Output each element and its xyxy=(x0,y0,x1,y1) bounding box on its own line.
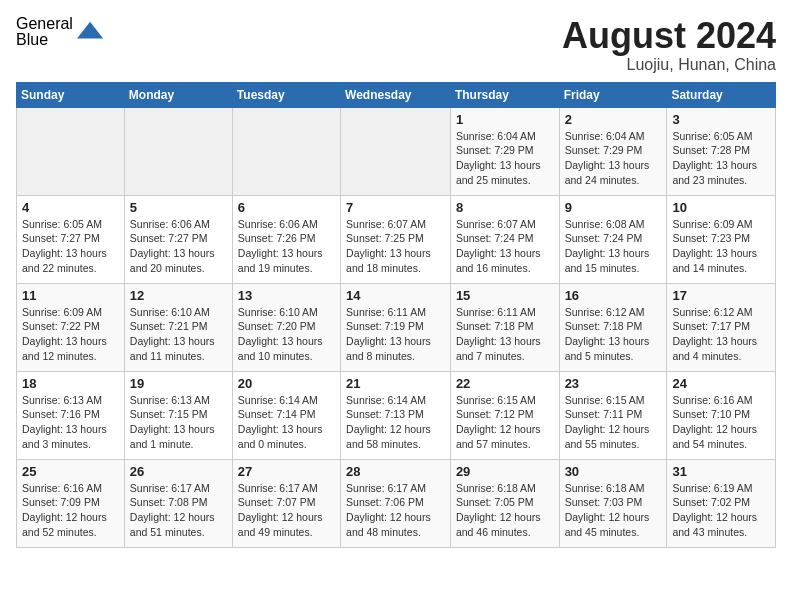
day-info: Sunrise: 6:12 AM Sunset: 7:17 PM Dayligh… xyxy=(672,305,770,364)
day-number: 29 xyxy=(456,464,554,479)
day-info: Sunrise: 6:15 AM Sunset: 7:12 PM Dayligh… xyxy=(456,393,554,452)
calendar-cell: 21Sunrise: 6:14 AM Sunset: 7:13 PM Dayli… xyxy=(341,371,451,459)
day-info: Sunrise: 6:14 AM Sunset: 7:13 PM Dayligh… xyxy=(346,393,445,452)
header-tuesday: Tuesday xyxy=(232,82,340,107)
header-thursday: Thursday xyxy=(450,82,559,107)
day-info: Sunrise: 6:16 AM Sunset: 7:10 PM Dayligh… xyxy=(672,393,770,452)
calendar-cell: 3Sunrise: 6:05 AM Sunset: 7:28 PM Daylig… xyxy=(667,107,776,195)
day-info: Sunrise: 6:12 AM Sunset: 7:18 PM Dayligh… xyxy=(565,305,662,364)
calendar-cell: 26Sunrise: 6:17 AM Sunset: 7:08 PM Dayli… xyxy=(124,459,232,547)
day-info: Sunrise: 6:17 AM Sunset: 7:08 PM Dayligh… xyxy=(130,481,227,540)
day-info: Sunrise: 6:18 AM Sunset: 7:05 PM Dayligh… xyxy=(456,481,554,540)
day-number: 20 xyxy=(238,376,335,391)
calendar-cell: 11Sunrise: 6:09 AM Sunset: 7:22 PM Dayli… xyxy=(17,283,125,371)
svg-marker-0 xyxy=(77,22,103,39)
day-number: 28 xyxy=(346,464,445,479)
day-info: Sunrise: 6:16 AM Sunset: 7:09 PM Dayligh… xyxy=(22,481,119,540)
header-monday: Monday xyxy=(124,82,232,107)
day-info: Sunrise: 6:14 AM Sunset: 7:14 PM Dayligh… xyxy=(238,393,335,452)
day-number: 22 xyxy=(456,376,554,391)
day-number: 8 xyxy=(456,200,554,215)
calendar-cell: 10Sunrise: 6:09 AM Sunset: 7:23 PM Dayli… xyxy=(667,195,776,283)
day-info: Sunrise: 6:13 AM Sunset: 7:16 PM Dayligh… xyxy=(22,393,119,452)
day-info: Sunrise: 6:10 AM Sunset: 7:21 PM Dayligh… xyxy=(130,305,227,364)
day-info: Sunrise: 6:04 AM Sunset: 7:29 PM Dayligh… xyxy=(456,129,554,188)
day-number: 6 xyxy=(238,200,335,215)
logo-blue: Blue xyxy=(16,32,73,48)
calendar-cell: 9Sunrise: 6:08 AM Sunset: 7:24 PM Daylig… xyxy=(559,195,667,283)
calendar-cell: 17Sunrise: 6:12 AM Sunset: 7:17 PM Dayli… xyxy=(667,283,776,371)
day-number: 19 xyxy=(130,376,227,391)
header-friday: Friday xyxy=(559,82,667,107)
calendar-week-5: 25Sunrise: 6:16 AM Sunset: 7:09 PM Dayli… xyxy=(17,459,776,547)
day-number: 24 xyxy=(672,376,770,391)
day-info: Sunrise: 6:07 AM Sunset: 7:25 PM Dayligh… xyxy=(346,217,445,276)
day-number: 15 xyxy=(456,288,554,303)
day-info: Sunrise: 6:07 AM Sunset: 7:24 PM Dayligh… xyxy=(456,217,554,276)
day-number: 21 xyxy=(346,376,445,391)
day-info: Sunrise: 6:09 AM Sunset: 7:22 PM Dayligh… xyxy=(22,305,119,364)
calendar-cell: 6Sunrise: 6:06 AM Sunset: 7:26 PM Daylig… xyxy=(232,195,340,283)
calendar-cell: 18Sunrise: 6:13 AM Sunset: 7:16 PM Dayli… xyxy=(17,371,125,459)
day-number: 2 xyxy=(565,112,662,127)
calendar-cell: 7Sunrise: 6:07 AM Sunset: 7:25 PM Daylig… xyxy=(341,195,451,283)
day-info: Sunrise: 6:19 AM Sunset: 7:02 PM Dayligh… xyxy=(672,481,770,540)
day-number: 12 xyxy=(130,288,227,303)
calendar-cell: 20Sunrise: 6:14 AM Sunset: 7:14 PM Dayli… xyxy=(232,371,340,459)
calendar-week-3: 11Sunrise: 6:09 AM Sunset: 7:22 PM Dayli… xyxy=(17,283,776,371)
day-number: 10 xyxy=(672,200,770,215)
calendar-week-1: 1Sunrise: 6:04 AM Sunset: 7:29 PM Daylig… xyxy=(17,107,776,195)
day-info: Sunrise: 6:06 AM Sunset: 7:26 PM Dayligh… xyxy=(238,217,335,276)
calendar-cell: 24Sunrise: 6:16 AM Sunset: 7:10 PM Dayli… xyxy=(667,371,776,459)
day-info: Sunrise: 6:18 AM Sunset: 7:03 PM Dayligh… xyxy=(565,481,662,540)
day-number: 1 xyxy=(456,112,554,127)
day-info: Sunrise: 6:17 AM Sunset: 7:06 PM Dayligh… xyxy=(346,481,445,540)
day-number: 13 xyxy=(238,288,335,303)
calendar-week-2: 4Sunrise: 6:05 AM Sunset: 7:27 PM Daylig… xyxy=(17,195,776,283)
calendar-cell xyxy=(17,107,125,195)
header-saturday: Saturday xyxy=(667,82,776,107)
day-info: Sunrise: 6:17 AM Sunset: 7:07 PM Dayligh… xyxy=(238,481,335,540)
logo-general: General xyxy=(16,16,73,32)
calendar-cell: 14Sunrise: 6:11 AM Sunset: 7:19 PM Dayli… xyxy=(341,283,451,371)
day-info: Sunrise: 6:08 AM Sunset: 7:24 PM Dayligh… xyxy=(565,217,662,276)
header-wednesday: Wednesday xyxy=(341,82,451,107)
calendar-week-4: 18Sunrise: 6:13 AM Sunset: 7:16 PM Dayli… xyxy=(17,371,776,459)
day-info: Sunrise: 6:05 AM Sunset: 7:27 PM Dayligh… xyxy=(22,217,119,276)
month-year-title: August 2024 xyxy=(562,16,776,56)
day-info: Sunrise: 6:13 AM Sunset: 7:15 PM Dayligh… xyxy=(130,393,227,452)
day-number: 26 xyxy=(130,464,227,479)
calendar-cell: 15Sunrise: 6:11 AM Sunset: 7:18 PM Dayli… xyxy=(450,283,559,371)
day-number: 25 xyxy=(22,464,119,479)
header-sunday: Sunday xyxy=(17,82,125,107)
calendar-cell xyxy=(232,107,340,195)
day-number: 7 xyxy=(346,200,445,215)
day-info: Sunrise: 6:11 AM Sunset: 7:19 PM Dayligh… xyxy=(346,305,445,364)
title-section: August 2024 Luojiu, Hunan, China xyxy=(562,16,776,74)
calendar-cell: 28Sunrise: 6:17 AM Sunset: 7:06 PM Dayli… xyxy=(341,459,451,547)
calendar-cell xyxy=(341,107,451,195)
day-number: 18 xyxy=(22,376,119,391)
calendar-cell: 23Sunrise: 6:15 AM Sunset: 7:11 PM Dayli… xyxy=(559,371,667,459)
calendar-cell: 22Sunrise: 6:15 AM Sunset: 7:12 PM Dayli… xyxy=(450,371,559,459)
calendar-cell: 29Sunrise: 6:18 AM Sunset: 7:05 PM Dayli… xyxy=(450,459,559,547)
day-number: 23 xyxy=(565,376,662,391)
calendar-cell: 16Sunrise: 6:12 AM Sunset: 7:18 PM Dayli… xyxy=(559,283,667,371)
day-info: Sunrise: 6:05 AM Sunset: 7:28 PM Dayligh… xyxy=(672,129,770,188)
day-info: Sunrise: 6:09 AM Sunset: 7:23 PM Dayligh… xyxy=(672,217,770,276)
calendar-header: Sunday Monday Tuesday Wednesday Thursday… xyxy=(17,82,776,107)
day-number: 11 xyxy=(22,288,119,303)
calendar-cell: 1Sunrise: 6:04 AM Sunset: 7:29 PM Daylig… xyxy=(450,107,559,195)
calendar-cell: 31Sunrise: 6:19 AM Sunset: 7:02 PM Dayli… xyxy=(667,459,776,547)
calendar-body: 1Sunrise: 6:04 AM Sunset: 7:29 PM Daylig… xyxy=(17,107,776,547)
day-number: 27 xyxy=(238,464,335,479)
logo: General Blue xyxy=(16,16,105,48)
day-info: Sunrise: 6:10 AM Sunset: 7:20 PM Dayligh… xyxy=(238,305,335,364)
header-row: Sunday Monday Tuesday Wednesday Thursday… xyxy=(17,82,776,107)
day-number: 17 xyxy=(672,288,770,303)
calendar-cell: 8Sunrise: 6:07 AM Sunset: 7:24 PM Daylig… xyxy=(450,195,559,283)
calendar-cell: 30Sunrise: 6:18 AM Sunset: 7:03 PM Dayli… xyxy=(559,459,667,547)
calendar-cell: 2Sunrise: 6:04 AM Sunset: 7:29 PM Daylig… xyxy=(559,107,667,195)
day-number: 9 xyxy=(565,200,662,215)
day-number: 30 xyxy=(565,464,662,479)
